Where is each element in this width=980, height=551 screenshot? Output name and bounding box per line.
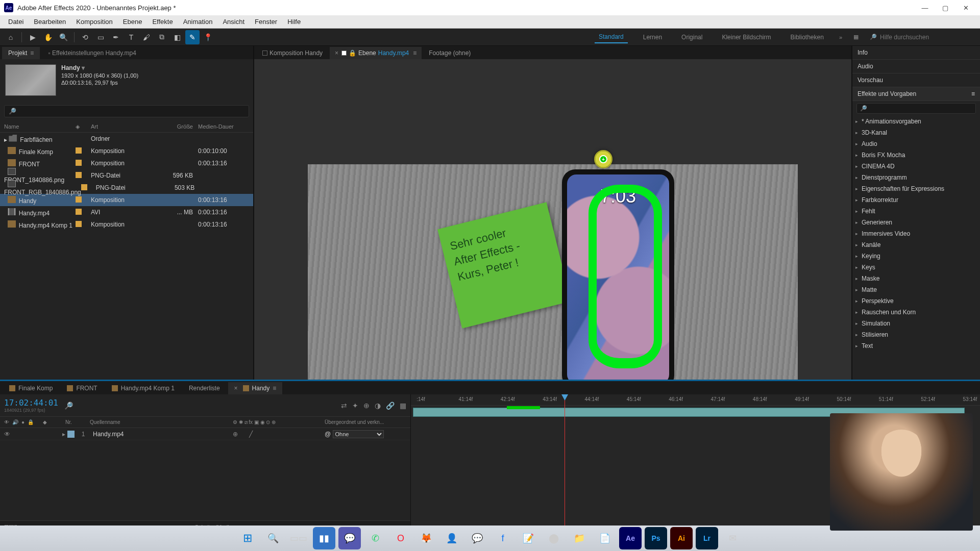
home-tool-icon[interactable]: ⌂ — [4, 30, 18, 44]
selection-tool-icon[interactable]: ▶ — [26, 30, 40, 44]
tab-effect-controls[interactable]: ▫ Effekteinstellungen Handy.mp4 — [42, 47, 142, 59]
close-button[interactable]: ✕ — [955, 0, 976, 15]
effect-category[interactable]: Maske — [852, 273, 980, 284]
eraser-tool-icon[interactable]: ◧ — [170, 30, 184, 44]
layer-link[interactable]: Handy.mp4 — [378, 49, 409, 57]
workspace-grid-icon[interactable]: ▦ — [853, 34, 859, 40]
effect-category[interactable]: Generieren — [852, 217, 980, 228]
effects-search[interactable]: 🔎 — [856, 103, 976, 114]
effect-category[interactable]: Stilisieren — [852, 329, 980, 340]
taskbar-windows-icon[interactable]: ⊞ — [236, 527, 259, 549]
project-row[interactable]: Handy.mp4 AVI ... MB 0:00:13:16 — [0, 206, 253, 218]
workspace-standard[interactable]: Standard — [595, 31, 628, 43]
col-nr[interactable]: Nr. — [65, 419, 86, 425]
keyframe-nav-icon[interactable]: ◆ — [43, 419, 47, 425]
taskbar-mail-icon[interactable]: ✉ — [721, 527, 744, 549]
workspace-original[interactable]: Original — [677, 32, 706, 43]
timeline-playhead[interactable] — [565, 394, 565, 533]
type-tool-icon[interactable]: T — [124, 30, 138, 44]
parent-select[interactable]: Ohne — [333, 430, 384, 438]
panel-info[interactable]: Info — [852, 46, 980, 60]
panel-menu-icon[interactable]: ≡ — [971, 90, 975, 97]
project-row[interactable]: ▸ Farbflächen Ordner — [0, 133, 253, 145]
viewer-tab-comp[interactable]: Komposition Handy — [257, 47, 328, 59]
taskbar-search-icon[interactable]: 🔍 — [262, 527, 284, 549]
tl-icon-5[interactable]: 🔗 — [386, 402, 395, 410]
panel-effects[interactable]: Effekte und Vorgaben≡ — [852, 87, 980, 101]
col-size[interactable]: Größe — [152, 123, 193, 130]
workspace-libraries[interactable]: Bibliotheken — [786, 32, 827, 43]
col-tag-icon[interactable]: ◈ — [76, 123, 91, 130]
effect-category[interactable]: Eigenschaften für Expressions — [852, 183, 980, 194]
effect-category[interactable]: Matte — [852, 284, 980, 295]
help-search[interactable]: 🔎 — [870, 34, 972, 41]
taskbar-lightroom-icon[interactable]: Lr — [696, 527, 718, 549]
effect-category[interactable]: Perspektive — [852, 295, 980, 307]
taskbar-obs-icon[interactable]: ⬤ — [543, 527, 565, 549]
effect-category[interactable]: Rauschen und Korn — [852, 307, 980, 318]
taskbar-teams-icon[interactable]: 💬 — [338, 527, 361, 549]
roto-brush-tool-icon[interactable]: ✎ — [185, 30, 200, 44]
tl-icon-1[interactable]: ⇄ — [341, 402, 347, 410]
taskbar-editor-icon[interactable]: 📄 — [594, 527, 616, 549]
maximize-button[interactable]: ▢ — [935, 0, 955, 15]
effect-category[interactable]: Simulation — [852, 318, 980, 329]
workspace-learn[interactable]: Lernen — [639, 32, 666, 43]
effect-category[interactable]: Fehlt — [852, 206, 980, 217]
effect-category[interactable]: Farbkorrektur — [852, 194, 980, 206]
tl-icon-6[interactable]: ▦ — [400, 402, 406, 410]
project-row[interactable]: Handy Komposition 0:00:13:16 — [0, 194, 253, 206]
menu-help[interactable]: Hilfe — [282, 16, 306, 27]
clone-tool-icon[interactable]: ⧉ — [155, 30, 169, 44]
timeline-search-icon[interactable]: 🔎 — [64, 402, 73, 410]
menu-window[interactable]: Fenster — [250, 16, 282, 27]
project-row[interactable]: FRONT_RGB_1840886.png PNG-Datei 503 KB — [0, 182, 253, 194]
tl-icon-2[interactable]: ✦ — [352, 402, 358, 410]
eye-icon[interactable]: 👁 — [4, 431, 11, 438]
effect-category[interactable]: Boris FX Mocha — [852, 149, 980, 161]
rect-tool-icon[interactable]: ▭ — [93, 30, 108, 44]
effect-category[interactable]: * Animationsvorgaben — [852, 116, 980, 127]
tab-project[interactable]: Projekt≡ — [2, 47, 40, 59]
menu-layer[interactable]: Ebene — [118, 16, 148, 27]
taskbar-whatsapp-icon[interactable]: ✆ — [364, 527, 386, 549]
col-duration[interactable]: Medien-Dauer — [193, 123, 249, 130]
effect-category[interactable]: Text — [852, 340, 980, 352]
col-type[interactable]: Art — [91, 123, 152, 130]
workspace-small[interactable]: Kleiner Bildschirm — [718, 32, 775, 43]
minimize-button[interactable]: — — [915, 0, 935, 15]
hand-tool-icon[interactable]: ✋ — [41, 30, 55, 44]
effect-category[interactable]: Keys — [852, 262, 980, 273]
effect-category[interactable]: Kanäle — [852, 239, 980, 251]
effect-category[interactable]: Audio — [852, 138, 980, 149]
taskbar-folder-icon[interactable]: 📁 — [568, 527, 591, 549]
col-parent[interactable]: Übergeordnet und verkn... — [325, 419, 406, 425]
tl-icon-4[interactable]: ◑ — [375, 402, 381, 410]
menu-file[interactable]: Datei — [3, 16, 29, 27]
layer-row[interactable]: 👁 ▸ 1 Handy.mp4 ⊕╱ @ Ohne — [0, 428, 410, 440]
effect-category[interactable]: Keying — [852, 251, 980, 262]
menu-edit[interactable]: Bearbeiten — [29, 16, 71, 27]
panel-audio[interactable]: Audio — [852, 60, 980, 73]
effect-category[interactable]: Immersives Video — [852, 228, 980, 239]
taskbar-messenger-icon[interactable]: 💬 — [466, 527, 488, 549]
taskbar-aftereffects-icon[interactable]: Ae — [619, 527, 642, 549]
menu-animation[interactable]: Animation — [178, 16, 218, 27]
taskbar-app-icon[interactable]: ▮▮ — [313, 527, 335, 549]
selected-comp-name[interactable]: Handy — [61, 64, 138, 71]
project-search[interactable]: 🔎 — [4, 105, 249, 117]
layer-name[interactable]: Handy.mp4 — [93, 431, 124, 438]
taskbar-firefox-icon[interactable]: 🦊 — [415, 527, 437, 549]
taskbar-facebook-icon[interactable]: f — [492, 527, 514, 549]
taskbar-opera-icon[interactable]: O — [389, 527, 412, 549]
project-row[interactable]: Handy.mp4 Komp 1 Komposition 0:00:13:16 — [0, 218, 253, 231]
col-switches[interactable]: ⚙ ✱ ⧄ fx ▣ ◉ ⊙ ⊕ — [233, 419, 325, 425]
orbit-tool-icon[interactable]: ⟲ — [78, 30, 92, 44]
timeline-tab[interactable]: ×Handy ≡ — [228, 382, 283, 394]
menu-composition[interactable]: Komposition — [71, 16, 118, 27]
menu-effects[interactable]: Effekte — [147, 16, 178, 27]
menu-view[interactable]: Ansicht — [217, 16, 250, 27]
effect-category[interactable]: 3D-Kanal — [852, 127, 980, 138]
timeline-tab[interactable]: Finale Komp — [3, 382, 59, 394]
col-source[interactable]: Quellenname — [86, 419, 233, 425]
